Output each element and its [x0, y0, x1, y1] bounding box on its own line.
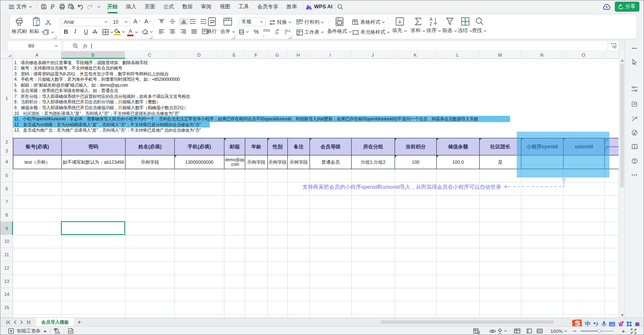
menu-tab-5[interactable]: 数据: [179, 1, 196, 12]
row-header-15[interactable]: 15: [0, 301, 13, 314]
stamp-tool-icon[interactable]: [54, 328, 60, 334]
redo-button[interactable]: [86, 3, 93, 10]
clipboard-dialog-launcher[interactable]: [53, 35, 56, 39]
align-left-button[interactable]: [158, 29, 165, 34]
menu-tab-4[interactable]: 公式: [160, 1, 178, 12]
formula-bar[interactable]: fx: [63, 41, 607, 50]
last-sheet-button[interactable]: [26, 320, 30, 324]
align-right-button[interactable]: [180, 29, 186, 34]
menu-tab-1[interactable]: 开始: [103, 1, 121, 12]
align-center-button[interactable]: [169, 29, 176, 34]
table-header-F[interactable]: 年龄: [245, 138, 267, 155]
italic-button[interactable]: I: [74, 28, 76, 35]
table-value-C[interactable]: 示例字段: [126, 155, 174, 169]
cursor-select-button[interactable]: [631, 58, 638, 65]
thousands-button[interactable]: 000,: [263, 28, 270, 37]
align-top-button[interactable]: [158, 19, 165, 24]
table-header-G[interactable]: 性别: [268, 138, 287, 155]
sum-button[interactable]: 求和: [410, 17, 426, 34]
font-dialog-launcher[interactable]: [149, 35, 152, 39]
row-header-2[interactable]: 2: [0, 138, 13, 147]
column-header-E[interactable]: E: [224, 51, 245, 59]
table-value-K[interactable]: 100: [395, 155, 436, 169]
menu-tab-7[interactable]: 视图: [216, 1, 234, 12]
paste-button[interactable]: 粘贴: [29, 17, 44, 35]
sort-button[interactable]: AZ 排序: [425, 17, 442, 34]
filter-button[interactable]: 筛选: [441, 17, 458, 34]
column-header-C[interactable]: C: [125, 51, 174, 59]
skin-center-button[interactable]: e: [631, 129, 638, 136]
clear-format-button[interactable]: [141, 29, 153, 35]
zoom-value[interactable]: 100%: [550, 329, 562, 334]
alignment-dialog-launcher[interactable]: [231, 35, 235, 39]
percent-button[interactable]: %: [254, 28, 259, 35]
cloud-upload-icon[interactable]: [603, 3, 611, 10]
page-break-view-button[interactable]: [536, 328, 543, 334]
smart-payroll-label[interactable]: 智能工资条: [17, 328, 41, 334]
more-tools-button[interactable]: [631, 171, 638, 179]
row-header-1[interactable]: 1: [0, 59, 13, 138]
column-header-partial[interactable]: [604, 51, 619, 59]
table-header-L[interactable]: 储值余额: [437, 138, 479, 155]
worksheet-button[interactable]: 工作表: [296, 29, 324, 36]
underline-button[interactable]: U: [84, 28, 88, 35]
page-layout-view-button[interactable]: [526, 328, 533, 334]
row-header-12[interactable]: 12: [0, 261, 13, 275]
task-pane-button[interactable]: [631, 100, 638, 108]
table-header-H[interactable]: 备注: [288, 138, 309, 155]
name-box[interactable]: B9: [8, 41, 61, 50]
selected-cell[interactable]: [61, 221, 125, 235]
row-header-11[interactable]: 11: [0, 248, 13, 261]
table-header-A[interactable]: 账号(必填): [13, 138, 61, 155]
table-header-D[interactable]: 手机(必填): [175, 138, 224, 155]
print-preview-button[interactable]: [68, 3, 75, 10]
menu-tab-2[interactable]: 插入: [122, 1, 140, 12]
table-value-H[interactable]: 示例字段: [288, 155, 309, 169]
column-header-H[interactable]: H: [287, 51, 309, 59]
row-header-14[interactable]: 14: [0, 288, 13, 301]
table-header-B[interactable]: 密码: [62, 138, 125, 155]
zoom-out-button[interactable]: −: [573, 328, 576, 335]
font-name-select[interactable]: Arial: [64, 19, 74, 25]
column-header-K[interactable]: K: [395, 51, 436, 59]
column-header-J[interactable]: J: [351, 51, 395, 59]
row-header-5[interactable]: 5: [0, 169, 13, 182]
menu-tab-8[interactable]: 工具: [235, 1, 253, 12]
spreadsheet-grid[interactable]: ABCDEFGHIJKLMNO123456789101112131415账号(必…: [0, 51, 624, 318]
copy-button[interactable]: [43, 29, 54, 35]
fill-button[interactable]: 填充: [391, 17, 408, 34]
table-value-J[interactable]: 分组1,分组2: [352, 155, 395, 169]
selection-fill-handle[interactable]: [124, 234, 126, 236]
menu-tab-3[interactable]: 页面: [141, 1, 159, 12]
table-header-J[interactable]: 所在分组: [352, 138, 395, 155]
zoom-slider-thumb[interactable]: [597, 329, 601, 333]
bold-button[interactable]: B: [64, 28, 68, 35]
wps-ai-button[interactable]: WPS AI: [306, 4, 332, 10]
first-sheet-button[interactable]: [6, 320, 10, 324]
number-format-select[interactable]: 常规: [239, 18, 266, 26]
table-value-I[interactable]: 普通会员: [310, 155, 351, 169]
rows-cols-button[interactable]: 行和列: [296, 19, 324, 26]
wrap-text-button[interactable]: 换行: [205, 17, 219, 35]
number-dialog-launcher[interactable]: [288, 35, 292, 39]
currency-button[interactable]: [239, 29, 249, 35]
column-header-L[interactable]: L: [436, 51, 479, 59]
export-pdf-button[interactable]: [49, 3, 56, 10]
column-header-A[interactable]: A: [13, 51, 61, 59]
global-search-icon[interactable]: [337, 4, 343, 10]
sheet-tab-active[interactable]: 会员导入模板: [36, 318, 74, 327]
font-color-button[interactable]: A: [127, 28, 138, 36]
table-value-L[interactable]: 100.0: [437, 155, 479, 169]
table-header-E[interactable]: 邮箱: [224, 138, 245, 155]
justify-button[interactable]: [191, 29, 197, 34]
zoom-slider[interactable]: [581, 330, 614, 332]
cell-style-button[interactable]: 单元格样式: [352, 29, 390, 36]
decrease-decimal-button[interactable]: .0.00: [273, 29, 280, 35]
row-header-13[interactable]: 13: [0, 275, 13, 288]
table-value-E[interactable]: demo@qq .com: [224, 155, 245, 169]
help-button[interactable]: [631, 157, 638, 165]
fullscreen-button[interactable]: [631, 328, 636, 334]
fill-color-button[interactable]: [114, 28, 125, 35]
strikethrough-button[interactable]: A: [93, 28, 97, 35]
vertical-scroll-thumb[interactable]: [620, 63, 624, 188]
